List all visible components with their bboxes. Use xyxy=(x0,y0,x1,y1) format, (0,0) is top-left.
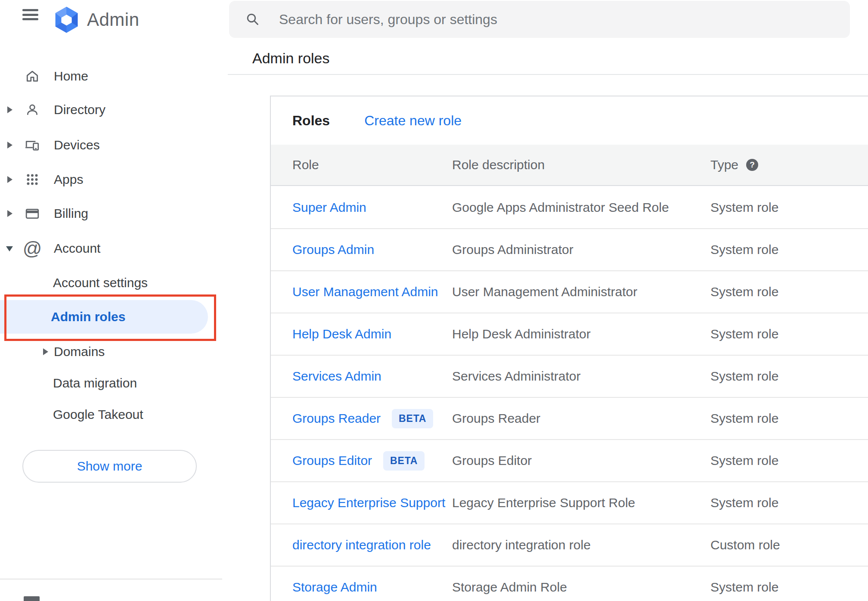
role-description: Legacy Enterprise Support Role xyxy=(452,482,635,524)
role-description: Storage Admin Role xyxy=(452,567,567,601)
sidebar-item-label: Account settings xyxy=(53,276,148,290)
menu-icon[interactable] xyxy=(22,9,38,20)
role-description: User Management Administrator xyxy=(452,271,637,313)
caret-right-icon xyxy=(7,142,12,149)
sidebar-divider xyxy=(0,579,222,579)
sidebar-item-label: Devices xyxy=(54,138,100,152)
table-row: Super Admin Google Apps Administrator Se… xyxy=(271,187,868,229)
caret-right-icon xyxy=(7,210,12,217)
sidebar-item-home[interactable]: Home xyxy=(0,59,220,93)
search-icon xyxy=(245,12,260,27)
panel-header: Roles Create new role xyxy=(271,96,868,145)
role-type: System role xyxy=(710,482,778,524)
sidebar-item-label: Domains xyxy=(54,344,105,359)
sidebar-item-devices[interactable]: Devices xyxy=(0,128,220,162)
table-header: Role Role description Type ? xyxy=(271,145,868,186)
person-icon xyxy=(24,102,40,118)
sidebar-item-label: Data migration xyxy=(53,376,137,390)
caret-right-icon xyxy=(7,176,12,183)
sidebar-item-directory[interactable]: Directory xyxy=(0,93,220,127)
role-link[interactable]: Legacy Enterprise Support xyxy=(292,496,445,510)
role-type: System role xyxy=(710,567,778,601)
content: Admin roles Roles Create new role Role R… xyxy=(228,0,868,601)
help-icon[interactable]: ? xyxy=(746,159,758,171)
caret-right-icon xyxy=(7,106,12,113)
role-link[interactable]: Help Desk Admin xyxy=(292,327,391,341)
column-header-type: Type ? xyxy=(710,145,758,185)
create-new-role-link[interactable]: Create new role xyxy=(364,113,462,129)
sidebar-item-label: Directory xyxy=(54,102,105,117)
clipped-icon xyxy=(24,596,40,601)
column-header-role: Role xyxy=(292,145,319,185)
sidebar-item-google-takeout[interactable]: Google Takeout xyxy=(0,397,220,432)
role-type: System role xyxy=(710,398,778,439)
show-more-button[interactable]: Show more xyxy=(22,450,197,483)
role-type: Custom role xyxy=(710,524,780,566)
sidebar-item-label: Home xyxy=(54,69,88,84)
beta-badge: BETA xyxy=(383,451,425,471)
role-link[interactable]: Storage Admin xyxy=(292,580,377,595)
role-link[interactable]: Services Admin xyxy=(292,369,381,384)
sidebar-item-billing[interactable]: Billing xyxy=(0,196,220,231)
role-description: Groups Administrator xyxy=(452,229,574,270)
role-link[interactable]: Groups Reader xyxy=(292,411,381,426)
role-link[interactable]: User Management Admin xyxy=(292,285,438,299)
sidebar-item-apps[interactable]: Apps xyxy=(0,162,220,197)
table-row: Groups Admin Groups Administrator System… xyxy=(271,229,868,271)
search-input[interactable] xyxy=(279,12,837,28)
caret-right-icon xyxy=(43,348,48,355)
beta-badge: BETA xyxy=(392,409,433,428)
panel-title: Roles xyxy=(292,113,330,129)
table-row: Groups Reader BETA Groups Reader System … xyxy=(271,398,868,440)
table-row: User Management Admin User Management Ad… xyxy=(271,271,868,313)
devices-icon xyxy=(24,137,40,153)
admin-logo-icon[interactable] xyxy=(55,6,78,33)
role-type: System role xyxy=(710,313,778,355)
role-type: System role xyxy=(710,440,778,481)
column-header-role-description: Role description xyxy=(452,145,545,185)
sidebar: Admin Home Directory Devices xyxy=(0,0,228,601)
role-type: System role xyxy=(710,187,778,228)
caret-down-icon xyxy=(6,246,13,251)
sidebar-item-label: Account xyxy=(54,241,100,256)
table-row: Services Admin Services Administrator Sy… xyxy=(271,356,868,398)
breadcrumb: Admin roles xyxy=(252,50,330,67)
apps-icon xyxy=(24,171,40,188)
table-row: directory integration role directory int… xyxy=(271,524,868,567)
at-icon: @ xyxy=(24,240,40,257)
role-link[interactable]: Groups Admin xyxy=(292,242,374,257)
table-row: Storage Admin Storage Admin Role System … xyxy=(271,567,868,601)
sidebar-item-label: Billing xyxy=(54,206,88,221)
home-icon xyxy=(24,68,40,84)
role-type: System role xyxy=(710,229,778,270)
role-link[interactable]: Groups Editor xyxy=(292,453,372,468)
sidebar-item-label: Apps xyxy=(54,172,83,187)
table-row: Help Desk Admin Help Desk Administrator … xyxy=(271,313,868,356)
search-bar[interactable] xyxy=(229,1,850,38)
divider xyxy=(228,74,868,75)
red-annotation-box xyxy=(4,294,216,341)
role-description: directory integration role xyxy=(452,524,591,566)
role-type: System role xyxy=(710,271,778,313)
sidebar-item-label: Google Takeout xyxy=(53,407,143,422)
role-link[interactable]: directory integration role xyxy=(292,538,431,552)
role-type: System role xyxy=(710,356,778,397)
table-row: Legacy Enterprise Support Legacy Enterpr… xyxy=(271,482,868,524)
role-description: Help Desk Administrator xyxy=(452,313,591,355)
app-title: Admin xyxy=(87,0,140,40)
table-row: Groups Editor BETA Groups Editor System … xyxy=(271,440,868,482)
sidebar-item-domains[interactable]: Domains xyxy=(0,335,220,369)
screen: Admin Home Directory Devices xyxy=(0,0,868,601)
role-description: Groups Reader xyxy=(452,398,540,439)
table-body: Super Admin Google Apps Administrator Se… xyxy=(271,187,868,601)
sidebar-item-data-migration[interactable]: Data migration xyxy=(0,366,220,400)
roles-panel: Roles Create new role Role Role descript… xyxy=(270,96,868,601)
role-link[interactable]: Super Admin xyxy=(292,200,366,215)
column-header-type-label: Type xyxy=(710,158,738,172)
role-description: Groups Editor xyxy=(452,440,532,481)
role-description: Services Administrator xyxy=(452,356,580,397)
sidebar-item-account[interactable]: @ Account xyxy=(0,231,220,266)
role-description: Google Apps Administrator Seed Role xyxy=(452,187,669,228)
billing-icon xyxy=(24,205,40,222)
top-app-bar: Admin xyxy=(0,0,228,40)
